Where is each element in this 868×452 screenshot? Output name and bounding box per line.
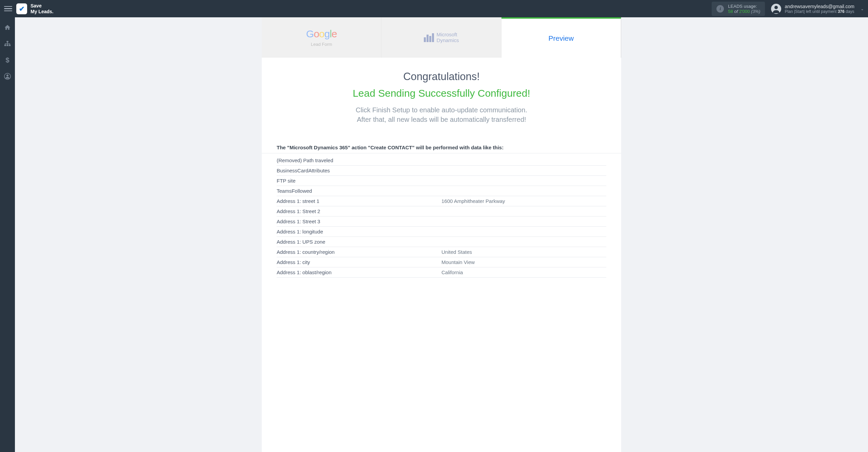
- usage-current: 58: [728, 9, 733, 14]
- svg-rect-2: [7, 41, 8, 42]
- svg-rect-4: [7, 45, 8, 46]
- tab-preview[interactable]: Preview: [501, 17, 621, 58]
- usage-of: of: [734, 9, 738, 14]
- table-row: Address 1: street 11600 Amphitheater Par…: [277, 196, 606, 206]
- table-row: Address 1: oblast/regionCalifornia: [277, 267, 606, 278]
- user-menu[interactable]: andrewsavemyleads@gmail.com Plan |Start|…: [771, 4, 864, 14]
- row-value: [441, 157, 606, 163]
- row-value: United States: [441, 249, 606, 255]
- data-preview-intro: The "Microsoft Dynamics 365" action "Cre…: [262, 145, 621, 153]
- congrats-desc-2: After that, all new leads will be automa…: [275, 115, 608, 124]
- wizard-tabs: Google Lead Form Microsoft: [262, 17, 621, 58]
- sidebar: $: [0, 0, 15, 452]
- table-row: Address 1: country/regionUnited States: [277, 247, 606, 257]
- svg-rect-6: [7, 42, 8, 43]
- usage-percent: (3%): [751, 9, 760, 14]
- row-key: (Removed) Path traveled: [277, 157, 441, 163]
- table-row: Address 1: Street 3: [277, 216, 606, 227]
- dynamics-logo-icon: Microsoft Dynamics: [424, 32, 459, 43]
- svg-point-1: [774, 6, 778, 9]
- row-key: Address 1: city: [277, 259, 441, 265]
- sitemap-icon[interactable]: [4, 40, 11, 48]
- row-value: [441, 239, 606, 245]
- table-row: Address 1: Street 2: [277, 206, 606, 216]
- tab-google-label: Lead Form: [311, 42, 332, 47]
- google-logo-icon: Google: [306, 28, 337, 40]
- user-plan: Plan |Start| left until payment 376 days: [785, 9, 854, 14]
- svg-rect-8: [5, 43, 6, 44]
- tab-google-lead-form[interactable]: Google Lead Form: [262, 17, 381, 58]
- info-icon: i: [716, 5, 724, 13]
- row-value: Mountain View: [441, 259, 606, 265]
- row-value: [441, 208, 606, 214]
- row-value: 1600 Amphitheater Parkway: [441, 198, 606, 204]
- congrats-desc-1: Click Finish Setup to enable auto-update…: [275, 105, 608, 115]
- tab-microsoft-dynamics[interactable]: Microsoft Dynamics: [381, 17, 501, 58]
- hamburger-menu-icon[interactable]: [4, 5, 12, 13]
- table-row: BusinessCardAttributes: [277, 166, 606, 176]
- row-value: California: [441, 269, 606, 275]
- brand-logo-icon[interactable]: ✔: [16, 3, 27, 14]
- row-key: BusinessCardAttributes: [277, 168, 441, 173]
- row-key: Address 1: Street 3: [277, 219, 441, 224]
- row-value: [441, 219, 606, 224]
- home-icon[interactable]: [4, 24, 11, 31]
- congratulations-block: Congratulations! Lead Sending Successful…: [262, 58, 621, 134]
- svg-rect-3: [4, 45, 6, 46]
- table-row: TeamsFollowed: [277, 186, 606, 196]
- chevron-down-icon: ⌄: [861, 6, 864, 11]
- usage-max: 2'000: [739, 9, 750, 14]
- user-icon[interactable]: [4, 73, 11, 80]
- row-value: [441, 168, 606, 173]
- row-value: [441, 188, 606, 194]
- row-key: Address 1: longitude: [277, 229, 441, 234]
- user-email: andrewsavemyleads@gmail.com: [785, 4, 854, 9]
- svg-point-12: [6, 75, 8, 77]
- row-value: [441, 229, 606, 234]
- table-row: Address 1: UPS zone: [277, 237, 606, 247]
- row-key: FTP site: [277, 178, 441, 184]
- data-preview-table: (Removed) Path traveledBusinessCardAttri…: [277, 155, 606, 278]
- top-header: ✔ Save My Leads. i LEADS usage: 58 of 2'…: [0, 0, 868, 17]
- table-row: (Removed) Path traveled: [277, 155, 606, 166]
- main-content: Google Lead Form Microsoft: [15, 0, 868, 452]
- usage-label: LEADS usage:: [728, 4, 760, 9]
- dollar-icon[interactable]: $: [4, 56, 11, 64]
- leads-usage-box[interactable]: i LEADS usage: 58 of 2'000 (3%): [712, 2, 765, 16]
- row-key: Address 1: street 1: [277, 198, 441, 204]
- row-key: Address 1: country/region: [277, 249, 441, 255]
- table-row: Address 1: longitude: [277, 227, 606, 237]
- row-key: Address 1: UPS zone: [277, 239, 441, 245]
- row-key: TeamsFollowed: [277, 188, 441, 194]
- svg-rect-5: [9, 45, 11, 46]
- avatar-icon: [771, 4, 781, 14]
- row-key: Address 1: Street 2: [277, 208, 441, 214]
- congrats-subtitle: Lead Sending Successfully Configured!: [275, 88, 608, 99]
- svg-rect-9: [7, 43, 8, 44]
- brand-name: Save My Leads.: [31, 3, 54, 15]
- congrats-title: Congratulations!: [275, 71, 608, 83]
- svg-rect-10: [9, 43, 10, 44]
- table-row: Address 1: cityMountain View: [277, 257, 606, 267]
- row-key: Address 1: oblast/region: [277, 269, 441, 275]
- tab-preview-label: Preview: [548, 34, 574, 42]
- table-row: FTP site: [277, 176, 606, 186]
- row-value: [441, 178, 606, 184]
